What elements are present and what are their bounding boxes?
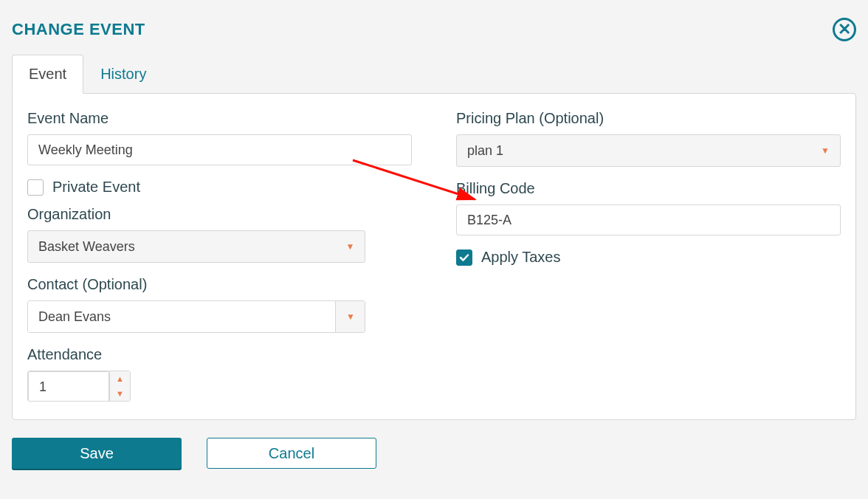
chevron-down-icon: ▼ (346, 241, 355, 252)
chevron-up-icon: ▲ (116, 374, 124, 383)
pricing-plan-select[interactable]: plan 1 ▼ (456, 134, 841, 167)
close-button[interactable]: ✕ (833, 18, 856, 41)
attendance-label: Attendance (27, 346, 412, 363)
tab-bar: Event History (12, 55, 856, 94)
cancel-button[interactable]: Cancel (207, 438, 376, 469)
organization-label: Organization (27, 206, 412, 223)
event-name-input[interactable] (27, 134, 412, 165)
billing-code-label: Billing Code (456, 180, 841, 197)
organization-value: Basket Weavers (38, 239, 135, 255)
pricing-plan-value: plan 1 (467, 143, 503, 159)
contact-label: Contact (Optional) (27, 276, 412, 293)
private-event-label: Private Event (52, 179, 140, 196)
event-panel: Event Name Private Event Organization Ba… (12, 93, 856, 420)
attendance-input[interactable] (28, 371, 109, 402)
left-column: Event Name Private Event Organization Ba… (27, 110, 412, 402)
pricing-plan-label: Pricing Plan (Optional) (456, 110, 841, 127)
contact-value: Dean Evans (28, 301, 335, 332)
attendance-step-down[interactable]: ▼ (110, 386, 130, 401)
organization-select[interactable]: Basket Weavers ▼ (27, 230, 365, 263)
save-button[interactable]: Save (12, 438, 182, 469)
apply-taxes-label: Apply Taxes (481, 249, 560, 266)
chevron-down-icon: ▼ (821, 145, 830, 156)
tab-event[interactable]: Event (12, 55, 83, 94)
tab-history[interactable]: History (83, 55, 163, 94)
billing-code-input[interactable] (456, 204, 841, 235)
modal-title: CHANGE EVENT (12, 20, 145, 39)
chevron-down-icon: ▼ (116, 389, 124, 398)
apply-taxes-checkbox[interactable] (456, 250, 472, 266)
close-icon: ✕ (838, 21, 851, 38)
contact-select[interactable]: Dean Evans ▼ (27, 300, 365, 333)
attendance-step-up[interactable]: ▲ (110, 371, 130, 386)
right-column: Pricing Plan (Optional) plan 1 ▼ Billing… (456, 110, 841, 402)
chevron-down-icon: ▼ (346, 312, 355, 322)
check-icon (459, 252, 469, 263)
event-name-label: Event Name (27, 110, 412, 127)
private-event-checkbox[interactable] (27, 179, 44, 196)
